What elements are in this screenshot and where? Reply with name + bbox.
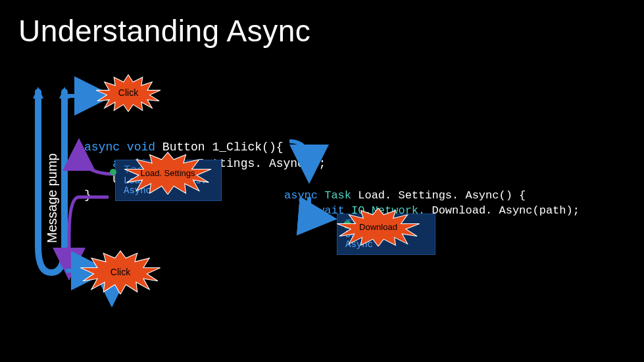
burst-label: Click — [78, 267, 163, 277]
burst-click-bottom: Click — [78, 250, 163, 294]
burst-download: Download — [332, 207, 424, 246]
brace-close: } — [84, 189, 91, 202]
download-call: Download. Async(path); — [432, 204, 579, 217]
fn-name-right: Load. Settings. Async() { — [358, 189, 526, 202]
kw-task: Task — [324, 189, 351, 202]
svg-point-0 — [36, 175, 41, 180]
burst-click-top: Click — [92, 74, 164, 112]
code-load-settings-async: async Task Load. Settings. Async() { awa… — [284, 173, 580, 219]
burst-label: Download — [332, 222, 424, 232]
burst-label: Click — [92, 87, 164, 98]
kw-async: async — [284, 189, 318, 202]
message-pump-label: Message pump — [45, 153, 60, 243]
kw-async: async — [84, 141, 120, 154]
burst-load-settings: Load. Settings — [118, 151, 217, 194]
page-title: Understanding Async — [18, 13, 310, 49]
burst-label: Load. Settings — [118, 168, 217, 178]
